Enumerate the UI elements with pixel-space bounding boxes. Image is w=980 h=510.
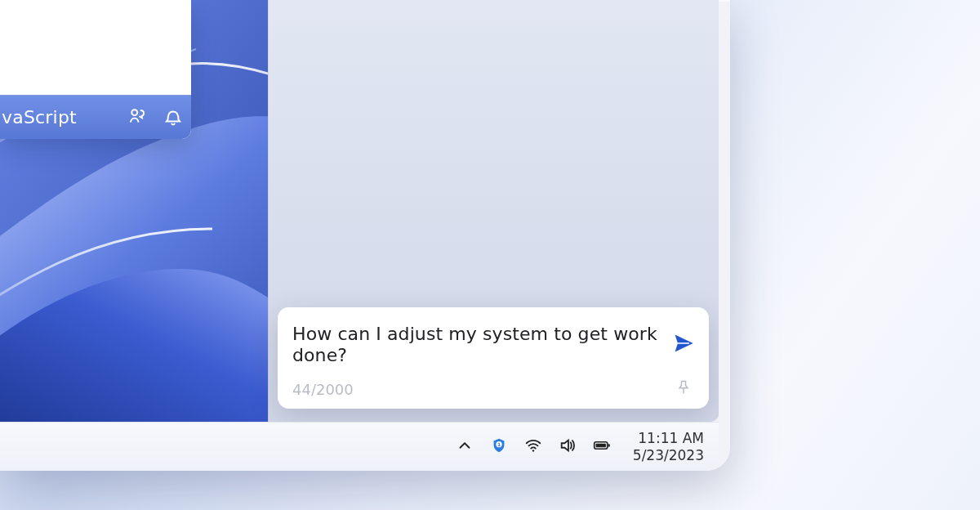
svg-point-1	[131, 110, 137, 115]
pin-button[interactable]	[671, 377, 696, 401]
vscode-window-corner: vaScript	[0, 0, 191, 139]
vscode-editor-area	[0, 0, 191, 95]
security-shield-icon: 1	[490, 436, 508, 458]
desktop-screen: How can I adjust my system to get work d…	[0, 0, 719, 422]
share-icon	[127, 105, 148, 130]
pin-icon	[675, 379, 692, 399]
network-button[interactable]	[523, 436, 544, 458]
char-counter: 44/2000	[292, 381, 354, 398]
feedback-button[interactable]	[119, 96, 155, 140]
copilot-prompt-footer: 44/2000	[278, 374, 709, 409]
send-button[interactable]	[666, 328, 701, 362]
svg-text:1: 1	[497, 441, 501, 446]
chevron-up-icon	[456, 436, 474, 458]
taskbar-date: 5/23/2023	[626, 447, 704, 463]
svg-rect-6	[608, 444, 610, 446]
copilot-prompt-box: How can I adjust my system to get work d…	[278, 307, 709, 409]
language-mode[interactable]: vaScript	[0, 107, 77, 128]
send-icon	[672, 332, 695, 358]
tray-overflow-button[interactable]	[454, 436, 475, 458]
wifi-icon	[524, 436, 542, 458]
copilot-input[interactable]: How can I adjust my system to get work d…	[292, 324, 666, 367]
svg-rect-7	[596, 443, 606, 447]
device-frame: How can I adjust my system to get work d…	[0, 0, 730, 471]
taskbar: 1 11:11 AM 5/23/2023	[0, 422, 719, 471]
taskbar-time: 11:11 AM	[626, 430, 704, 446]
taskbar-clock[interactable]: 11:11 AM 5/23/2023	[626, 430, 704, 463]
copilot-prompt-row: How can I adjust my system to get work d…	[278, 307, 709, 374]
notifications-button[interactable]	[155, 96, 191, 140]
bell-icon	[163, 105, 184, 130]
battery-icon	[593, 436, 611, 458]
svg-point-4	[532, 450, 534, 451]
vscode-status-bar: vaScript	[0, 95, 191, 139]
windows-security-button[interactable]: 1	[488, 436, 510, 458]
volume-button[interactable]	[557, 436, 578, 458]
volume-icon	[559, 436, 577, 458]
copilot-sidebar: How can I adjust my system to get work d…	[268, 0, 719, 422]
battery-button[interactable]	[591, 436, 612, 458]
